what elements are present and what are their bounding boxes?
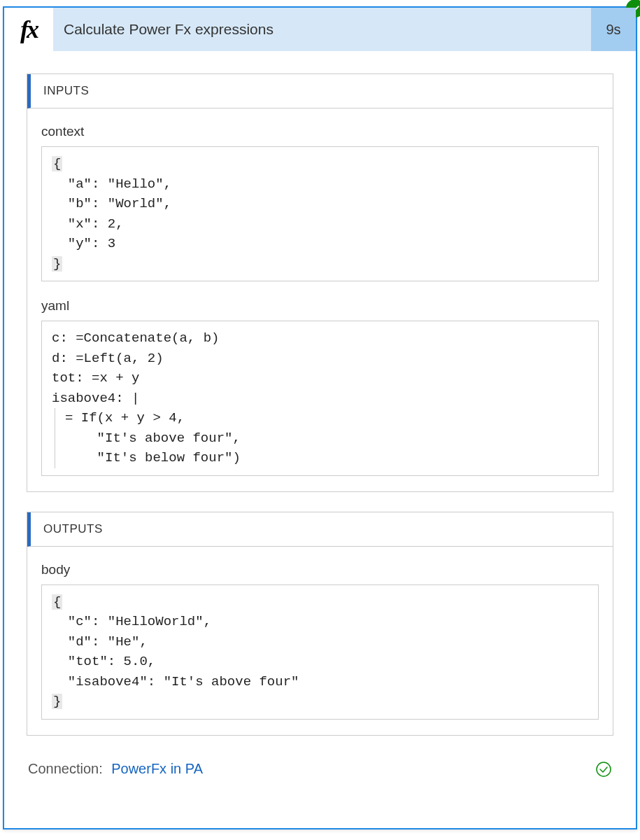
- fx-icon: fx: [4, 8, 53, 51]
- inputs-section-body: context { "a": "Hello", "b": "World", "x…: [27, 108, 613, 491]
- inputs-section-header: INPUTS: [27, 74, 613, 108]
- card-title: Calculate Power Fx expressions: [53, 21, 591, 38]
- flow-step-card: fx Calculate Power Fx expressions 9s INP…: [3, 6, 637, 830]
- body-code-box[interactable]: { "c": "HelloWorld", "d": "He", "tot": 5…: [41, 584, 599, 720]
- card-header[interactable]: fx Calculate Power Fx expressions 9s: [4, 8, 636, 51]
- connection-label: Connection:: [28, 761, 103, 776]
- connection-link[interactable]: PowerFx in PA: [111, 761, 203, 776]
- outputs-section-body: body { "c": "HelloWorld", "d": "He", "to…: [27, 547, 613, 735]
- yaml-label: yaml: [41, 298, 599, 314]
- inputs-section: INPUTS context { "a": "Hello", "b": "Wor…: [27, 74, 613, 492]
- duration-badge: 9s: [591, 8, 636, 51]
- outputs-section: OUTPUTS body { "c": "HelloWorld", "d": "…: [27, 512, 613, 736]
- footer-row: Connection: PowerFx in PA: [27, 755, 613, 778]
- footer-check-icon: [595, 761, 612, 778]
- yaml-code-box[interactable]: c: =Concatenate(a, b) d: =Left(a, 2) tot…: [41, 321, 599, 476]
- body-label: body: [41, 562, 599, 578]
- card-body: INPUTS context { "a": "Hello", "b": "Wor…: [4, 51, 636, 792]
- svg-point-0: [597, 762, 611, 776]
- context-code-box[interactable]: { "a": "Hello", "b": "World", "x": 2, "y…: [41, 146, 599, 281]
- context-label: context: [41, 124, 599, 139]
- outputs-section-header: OUTPUTS: [27, 512, 613, 547]
